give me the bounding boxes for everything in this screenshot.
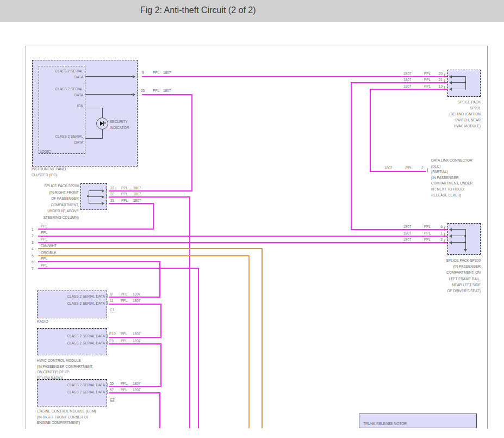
ipc-ign-lead-h — [85, 108, 102, 108]
hvac-pin-label: CLASS 2 SERIAL DATA — [43, 342, 105, 346]
left-wire-color: PPL — [41, 225, 47, 229]
wire-sp201-21-h — [351, 82, 447, 83]
anti-theft-circuit-page: Fig 2: Anti-theft Circuit (2 of 2) CLASS… — [0, 0, 504, 438]
radio-connector-id: C1 — [110, 309, 114, 312]
pin-number: 11 — [110, 299, 114, 303]
sp300-arrow-icon — [449, 241, 452, 244]
left-wire-color: PPL — [41, 238, 47, 242]
ipc-serial-bottom-label: CLASS 2 SERIAL DATA — [39, 134, 83, 145]
wire-sp200-31-v — [153, 203, 154, 230]
wire-circuit: 1807 — [403, 232, 411, 236]
left-wire-number: 5 — [32, 255, 34, 258]
pin-number: 31 — [110, 199, 114, 203]
sp201-stub-21 — [450, 82, 465, 83]
wire-circuit: 1807 — [163, 89, 171, 93]
left-wire-color: PPL — [41, 257, 47, 261]
sp200-arrow-icon — [102, 189, 104, 193]
ecm-connector-icon: ) — [106, 384, 109, 388]
wire-ecm-57-v — [159, 392, 160, 428]
ipc-indicator-lead-h — [85, 138, 102, 139]
left-wire-color: PPL — [41, 264, 47, 268]
radio-pin-label: CLASS 2 SERIAL DATA — [43, 295, 105, 299]
wire-sp200-33-h — [109, 190, 192, 192]
sp300-stub-6 — [450, 229, 465, 230]
wire-circuit: 1807 — [403, 225, 411, 229]
hvac-connector-icon: ) — [106, 335, 109, 339]
figure-title: Fig 2: Anti-theft Circuit (2 of 2) — [140, 5, 256, 15]
wire-circuit: 1807 — [133, 340, 140, 343]
sp201-connector-icon: ( — [443, 87, 446, 91]
trunk-release-motor-label: TRUNK RELEASE MOTOR — [363, 422, 407, 426]
sp201-connector-icon: ( — [443, 74, 446, 78]
wire-radio-8-h — [109, 297, 160, 298]
wire-circuit: 1807 — [133, 187, 141, 190]
wire-hvac-e10-h — [109, 337, 161, 338]
ipc-name: INSTRUMENT PANEL CLUSTER (IPC) — [32, 166, 67, 178]
wire-6-v — [159, 261, 160, 298]
left-wire-color: PPL — [41, 231, 47, 235]
wire-sp300-6-h — [351, 229, 447, 230]
hvac-name: HVAC CONTROL MODULE (IN PASSENGER COMPAR… — [37, 358, 94, 381]
sp300-connector-icon: ( — [443, 233, 446, 238]
wire-color: PPL — [406, 166, 412, 170]
dlc-name: DATA LINK CONNECTOR (DLC) (PARTIAL) (IN … — [431, 158, 491, 198]
pin-number: 20 — [435, 72, 443, 76]
wire-circuit: 1807 — [403, 85, 411, 89]
wire-sp201-19-h — [370, 89, 447, 90]
wire-circuit: 1807 — [133, 388, 140, 392]
sp200-connector-icon: ) — [105, 188, 108, 193]
sp300-arrow-icon — [449, 228, 452, 231]
wire-5-h — [38, 255, 250, 256]
sp300-stub-2 — [450, 242, 465, 243]
sp200-stub-31 — [89, 203, 103, 203]
left-wire-color: ORG/BLK — [41, 251, 57, 255]
wire-circuit: 1807 — [163, 71, 171, 75]
pin-number: 25 — [141, 89, 145, 93]
radio-name: RADIO — [37, 320, 48, 324]
sp200-arrow-icon — [102, 195, 104, 199]
ipc-pin25-arrow-icon — [133, 93, 135, 96]
wire-circuit: 1807 — [403, 78, 411, 82]
wire-circuit: 1807 — [133, 199, 141, 203]
wire-color: PPL — [121, 293, 127, 297]
wire-circuit: 1807 — [133, 382, 140, 386]
wire-color: PPL — [121, 187, 128, 190]
left-wire-color: TAN/WHT — [41, 244, 57, 248]
hvac-pin-label: CLASS 2 SERIAL DATA — [43, 335, 105, 338]
wire-sp201-21-v — [351, 82, 352, 230]
wire-ipc25-h — [142, 94, 192, 95]
wire-7-h — [38, 268, 199, 269]
wire-hvac-e9-v — [160, 343, 161, 387]
wire-6-h — [38, 261, 160, 262]
wire-circuit: 1807 — [133, 193, 141, 196]
sp300-name: SPLICE PACK SP300 (IN PASSENGER COMPARTM… — [405, 257, 481, 294]
wire-color: PPL — [424, 238, 431, 242]
ipc-pin9-connector-icon: ) — [136, 74, 139, 78]
sp200-arrow-icon — [102, 202, 104, 205]
ecm-name: ENGINE CONTROL MODULE (ECM) (IN RIGHT FR… — [37, 409, 96, 426]
pin-number: 2 — [435, 238, 443, 242]
sp200-junction-dot — [87, 195, 89, 197]
wire-circuit: 1807 — [133, 299, 140, 303]
led-icon — [97, 118, 108, 129]
sp200-stub-33 — [89, 190, 103, 191]
pin-number: 32 — [110, 193, 114, 196]
left-wire-number: 3 — [32, 241, 34, 245]
ipc-pin-label: CLASS 2 SERIAL DATA — [39, 69, 83, 80]
dlc-connector-icon: ( — [426, 169, 429, 173]
wire-ecm-55-h — [109, 386, 161, 387]
wire-circuit: 1807 — [384, 166, 392, 170]
sp200-stub-32 — [89, 196, 103, 197]
wire-color: PPL — [424, 225, 431, 229]
wire-radio-11-v — [160, 304, 161, 338]
sp300-connector-icon: ( — [443, 240, 446, 244]
radio-connector-icon: ) — [106, 294, 109, 299]
sp201-box — [447, 70, 481, 97]
ecm-pin-label: CLASS 2 SERIAL DATA — [43, 391, 105, 394]
wire-color: PPL — [153, 89, 159, 93]
wire-2-to-sp300-1 — [38, 236, 447, 237]
radio-pin-label: CLASS 2 SERIAL DATA — [43, 302, 105, 306]
wire-sp200-32-v — [189, 196, 190, 428]
sp300-bus-arrow-icon — [464, 249, 467, 252]
left-wire-number: 6 — [32, 261, 34, 264]
